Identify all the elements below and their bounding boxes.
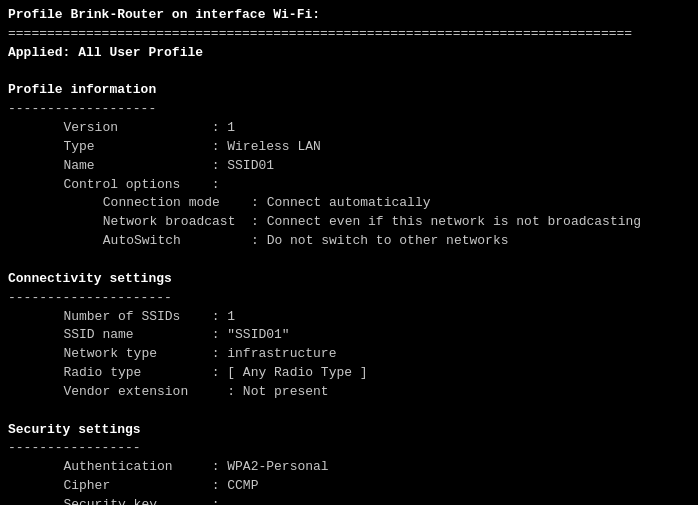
title-divider: ========================================… xyxy=(8,25,690,44)
field-ssid-name: SSID name : "SSID01" xyxy=(8,326,690,345)
spacer2 xyxy=(8,251,690,270)
key-connection-mode: Connection mode xyxy=(103,194,251,213)
title-line: Profile Brink-Router on interface Wi-Fi: xyxy=(8,6,690,25)
spacer1 xyxy=(8,63,690,82)
key-network-type: Network type xyxy=(63,345,211,364)
key-network-broadcast: Network broadcast xyxy=(103,213,251,232)
field-name: Name : SSID01 xyxy=(8,157,690,176)
val-connection-mode: Connect automatically xyxy=(267,194,431,213)
field-num-ssids: Number of SSIDs : 1 xyxy=(8,308,690,327)
field-type: Type : Wireless LAN xyxy=(8,138,690,157)
profile-info-title: Profile information xyxy=(8,81,690,100)
field-network-type: Network type : infrastructure xyxy=(8,345,690,364)
key-num-ssids: Number of SSIDs xyxy=(63,308,211,327)
security-title: Security settings xyxy=(8,421,690,440)
val-ssid-name: "SSID01" xyxy=(227,326,289,345)
key-control-options: Control options xyxy=(63,176,211,195)
applied-line: Applied: All User Profile xyxy=(8,44,690,63)
field-control-options: Control options : xyxy=(8,176,690,195)
field-connection-mode: Connection mode : Connect automatically xyxy=(8,194,690,213)
profile-info-divider: ------------------- xyxy=(8,100,690,119)
key-cipher: Cipher xyxy=(63,477,211,496)
key-name: Name xyxy=(63,157,211,176)
val-auth: WPA2-Personal xyxy=(227,458,328,477)
val-network-type: infrastructure xyxy=(227,345,336,364)
val-cipher: CCMP xyxy=(227,477,258,496)
val-type: Wireless LAN xyxy=(227,138,321,157)
val-autoswitch: Do not switch to other networks xyxy=(267,232,509,251)
key-type: Type xyxy=(63,138,211,157)
key-security-key: Security key xyxy=(63,496,211,505)
connectivity-divider: --------------------- xyxy=(8,289,690,308)
key-radio-type: Radio type xyxy=(63,364,211,383)
key-autoswitch: AutoSwitch xyxy=(103,232,251,251)
val-version: 1 xyxy=(227,119,235,138)
field-network-broadcast: Network broadcast : Connect even if this… xyxy=(8,213,690,232)
val-vendor-ext: : Not present xyxy=(227,383,328,402)
val-num-ssids: 1 xyxy=(227,308,235,327)
key-auth: Authentication xyxy=(63,458,211,477)
field-auth: Authentication : WPA2-Personal xyxy=(8,458,690,477)
key-version: Version xyxy=(63,119,211,138)
val-radio-type: [ Any Radio Type ] xyxy=(227,364,367,383)
key-ssid-name: SSID name xyxy=(63,326,211,345)
connectivity-title: Connectivity settings xyxy=(8,270,690,289)
val-network-broadcast: Connect even if this network is not broa… xyxy=(267,213,641,232)
field-version: Version : 1 xyxy=(8,119,690,138)
spacer3 xyxy=(8,402,690,421)
val-name: SSID01 xyxy=(227,157,274,176)
terminal-window: Profile Brink-Router on interface Wi-Fi:… xyxy=(8,6,690,505)
field-autoswitch: AutoSwitch : Do not switch to other netw… xyxy=(8,232,690,251)
security-divider: ----------------- xyxy=(8,439,690,458)
field-radio-type: Radio type : [ Any Radio Type ] xyxy=(8,364,690,383)
key-vendor-ext: Vendor extension xyxy=(63,383,211,402)
field-cipher: Cipher : CCMP xyxy=(8,477,690,496)
field-vendor-ext: Vendor extension : Not present xyxy=(8,383,690,402)
field-security-key: Security key : xyxy=(8,496,690,505)
